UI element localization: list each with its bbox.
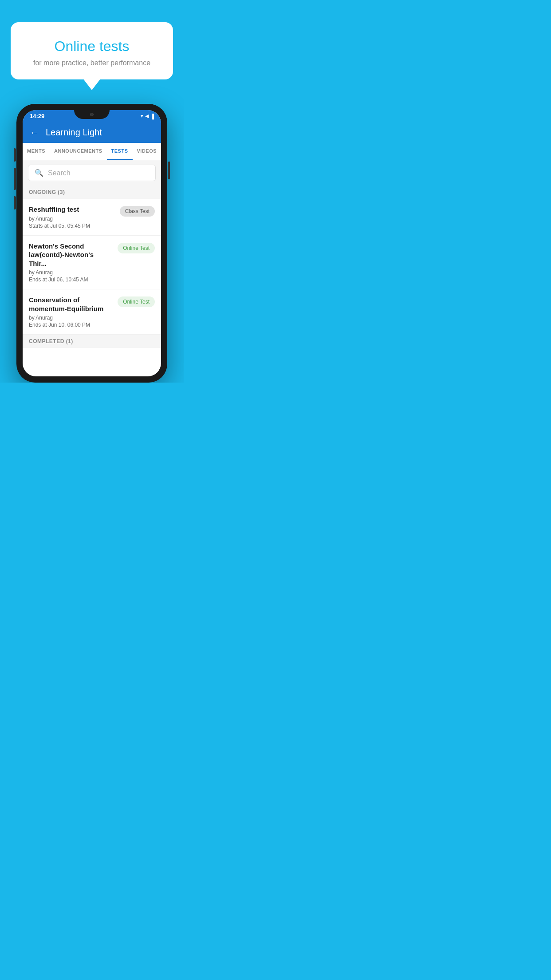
test-badge: Online Test bbox=[118, 243, 155, 253]
test-badge: Class Test bbox=[120, 206, 155, 217]
test-time: Ends at Jun 10, 06:00 PM bbox=[29, 322, 113, 328]
ongoing-section-header: ONGOING (3) bbox=[23, 186, 161, 199]
power-button bbox=[14, 148, 16, 162]
test-item[interactable]: Reshuffling test by Anurag Starts at Jul… bbox=[23, 199, 161, 236]
search-box[interactable]: 🔍 Search bbox=[28, 165, 156, 181]
right-buttons bbox=[168, 162, 170, 179]
test-name: Conservation of momentum-Equilibrium bbox=[29, 296, 113, 313]
right-side-button bbox=[168, 162, 170, 179]
test-info: Newton's Second law(contd)-Newton's Thir… bbox=[29, 242, 113, 283]
hero-title: Online tests bbox=[23, 38, 161, 55]
back-button[interactable]: ← bbox=[30, 127, 39, 138]
test-name: Newton's Second law(contd)-Newton's Thir… bbox=[29, 242, 113, 268]
signal-icon: ◀ bbox=[145, 113, 149, 119]
phone-outer: 14:29 ▾ ◀ ▐ ← Learning Light MENTS ANNOU… bbox=[16, 104, 167, 383]
app-bar: ← Learning Light bbox=[23, 122, 161, 143]
test-info: Conservation of momentum-Equilibrium by … bbox=[29, 296, 113, 328]
volume-up-button bbox=[14, 168, 16, 190]
status-time: 14:29 bbox=[30, 113, 44, 119]
tab-tests[interactable]: TESTS bbox=[107, 143, 133, 160]
app-bar-title: Learning Light bbox=[46, 127, 102, 138]
test-author: by Anurag bbox=[29, 269, 113, 276]
test-item[interactable]: Newton's Second law(contd)-Newton's Thir… bbox=[23, 236, 161, 290]
tab-videos[interactable]: VIDEOS bbox=[133, 143, 161, 160]
test-item[interactable]: Conservation of momentum-Equilibrium by … bbox=[23, 289, 161, 335]
tab-announcements[interactable]: ANNOUNCEMENTS bbox=[50, 143, 107, 160]
tab-ments[interactable]: MENTS bbox=[23, 143, 50, 160]
test-info: Reshuffling test by Anurag Starts at Jul… bbox=[29, 205, 115, 229]
search-icon: 🔍 bbox=[35, 169, 43, 177]
camera bbox=[90, 113, 94, 116]
search-container: 🔍 Search bbox=[23, 160, 161, 186]
status-icons: ▾ ◀ ▐ bbox=[141, 113, 154, 119]
left-buttons bbox=[14, 148, 16, 209]
completed-section-header: COMPLETED (1) bbox=[23, 335, 161, 348]
test-time: Ends at Jul 06, 10:45 AM bbox=[29, 277, 113, 283]
search-placeholder: Search bbox=[48, 169, 71, 177]
test-author: by Anurag bbox=[29, 216, 115, 222]
test-badge: Online Test bbox=[118, 296, 155, 307]
phone-mockup: 14:29 ▾ ◀ ▐ ← Learning Light MENTS ANNOU… bbox=[16, 104, 167, 383]
speech-bubble: Online tests for more practice, better p… bbox=[11, 22, 173, 79]
phone-notch bbox=[74, 110, 110, 119]
wifi-icon: ▾ bbox=[141, 113, 143, 119]
phone-screen: 14:29 ▾ ◀ ▐ ← Learning Light MENTS ANNOU… bbox=[23, 110, 161, 376]
hero-subtitle: for more practice, better performance bbox=[23, 59, 161, 67]
tabs-bar: MENTS ANNOUNCEMENTS TESTS VIDEOS bbox=[23, 143, 161, 160]
test-time: Starts at Jul 05, 05:45 PM bbox=[29, 223, 115, 229]
volume-down-button bbox=[14, 196, 16, 209]
hero-section: Online tests for more practice, better p… bbox=[0, 0, 184, 79]
test-list: Reshuffling test by Anurag Starts at Jul… bbox=[23, 199, 161, 335]
test-author: by Anurag bbox=[29, 315, 113, 321]
test-name: Reshuffling test bbox=[29, 205, 115, 214]
battery-icon: ▐ bbox=[150, 114, 154, 119]
